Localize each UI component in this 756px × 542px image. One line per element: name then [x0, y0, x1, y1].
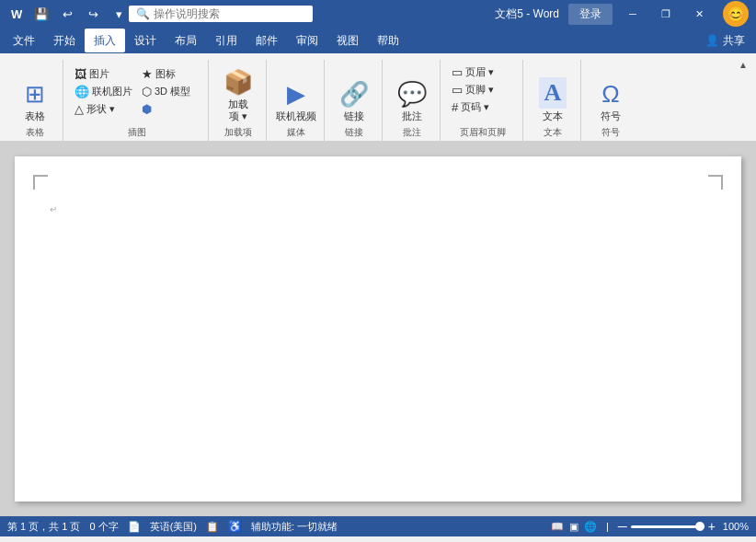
picture-button[interactable]: 🖼 图片 [71, 65, 136, 83]
symbol-icon: Ω [601, 80, 619, 109]
menu-bar: 文件 开始 插入 设计 布局 引用 邮件 审阅 视图 帮助 👤 共享 [0, 28, 756, 53]
links-icon: 🔗 [339, 80, 369, 109]
ribbon-collapse-button[interactable]: ▲ [736, 57, 750, 72]
track-changes-icon: 📄 [128, 521, 141, 533]
footer-label: 页脚 ▾ [465, 83, 494, 97]
zoom-plus-button[interactable]: + [708, 519, 716, 534]
illustrations-col2: ★ 图标 ⬡ 3D 模型 ⬢ [138, 65, 202, 118]
menu-review[interactable]: 审阅 [287, 29, 327, 52]
symbol-button[interactable]: Ω 符号 [589, 63, 633, 124]
picture-icon: 🖼 [74, 67, 86, 81]
addins-button[interactable]: 📦 加载项 ▾ [216, 63, 260, 124]
title-text: 文档5 - Word [495, 6, 559, 22]
close-button[interactable]: ✕ [682, 0, 716, 28]
menu-references[interactable]: 引用 [206, 29, 246, 52]
page-number-button[interactable]: # 页码 ▾ [448, 98, 517, 116]
group-addins-label: 加载项 [211, 126, 266, 139]
group-table-label: 表格 [7, 126, 63, 139]
print-layout-icon[interactable]: ▣ [569, 521, 578, 533]
document-page[interactable]: ↵ [15, 156, 741, 502]
group-illustrations-label: 插图 [65, 126, 208, 139]
header-label: 页眉 ▾ [465, 65, 494, 79]
menu-file[interactable]: 文件 [4, 29, 44, 52]
redo-button[interactable]: ↪ [83, 4, 103, 24]
menu-right: 👤 共享 [698, 31, 752, 51]
text-label: 文本 [543, 110, 563, 122]
page-corner-tr [708, 175, 723, 190]
online-picture-icon: 🌐 [74, 85, 89, 98]
status-right: 📖 ▣ 🌐 | ─ + 100% [551, 519, 749, 534]
menu-home[interactable]: 开始 [44, 29, 85, 52]
zoom-minus-button[interactable]: ─ [618, 519, 627, 534]
online-video-button[interactable]: ▶ 联机视频 [274, 63, 318, 124]
table-icon: ⊞ [25, 80, 45, 109]
3d-models-label: 3D 模型 [155, 85, 190, 98]
ribbon-group-addins: 📦 加载项 ▾ 加载项 [211, 60, 267, 141]
online-picture-button[interactable]: 🌐 联机图片 [71, 83, 136, 100]
zoom-slider[interactable] [631, 525, 704, 528]
share-button[interactable]: 👤 共享 [698, 31, 752, 51]
restore-button[interactable]: ❐ [649, 0, 682, 28]
text-button[interactable]: A 文本 [531, 63, 575, 124]
ribbon-group-text: A 文本 文本 [525, 60, 581, 141]
group-links-label: 链接 [326, 126, 382, 139]
minimize-button[interactable]: ─ [616, 0, 649, 28]
menu-insert[interactable]: 插入 [85, 29, 125, 52]
online-picture-label: 联机图片 [92, 85, 132, 98]
zoom-thumb [695, 522, 704, 531]
window-title: 🔍 [129, 6, 495, 22]
table-label: 表格 [25, 110, 45, 122]
smartart-icon: ⬢ [142, 102, 152, 116]
menu-help[interactable]: 帮助 [368, 29, 408, 52]
undo-button[interactable]: ↩ [57, 4, 77, 24]
title-bar-left: W 💾 ↩ ↪ ▾ [7, 4, 129, 24]
shapes-button[interactable]: △ 形状 ▾ [71, 100, 136, 118]
zoom-bar: ─ + 100% [618, 519, 749, 534]
ribbon-group-comments: 💬 批注 批注 [384, 60, 441, 141]
icons-button[interactable]: ★ 图标 [138, 65, 202, 83]
comment-button[interactable]: 💬 批注 [390, 63, 434, 124]
header-button[interactable]: ▭ 页眉 ▾ [448, 63, 517, 81]
links-button[interactable]: 🔗 链接 [332, 63, 376, 124]
table-button[interactable]: ⊞ 表格 [13, 63, 57, 124]
user-icon: 👤 [705, 34, 719, 47]
page-info: 第 1 页，共 1 页 [7, 520, 80, 534]
return-mark: ↵ [50, 204, 57, 214]
menu-mailings[interactable]: 邮件 [246, 29, 287, 52]
3d-models-icon: ⬡ [142, 85, 152, 98]
spellcheck-icon: 📋 [206, 521, 219, 533]
menu-view[interactable]: 视图 [327, 29, 368, 52]
menu-design[interactable]: 设计 [125, 29, 166, 52]
3d-models-button[interactable]: ⬡ 3D 模型 [138, 83, 202, 100]
addins-icon: 📦 [223, 68, 253, 97]
ribbon-group-links: 🔗 链接 链接 [326, 60, 383, 141]
login-button[interactable]: 登录 [568, 4, 613, 25]
text-icon: A [539, 77, 567, 109]
read-mode-icon[interactable]: 📖 [551, 521, 564, 533]
smartart-button[interactable]: ⬢ [138, 100, 202, 118]
search-input[interactable] [154, 7, 301, 20]
shapes-icon: △ [74, 102, 84, 116]
menu-layout[interactable]: 布局 [166, 29, 206, 52]
language[interactable]: 英语(美国) [150, 520, 197, 534]
picture-label: 图片 [89, 67, 109, 81]
search-box[interactable]: 🔍 [129, 6, 313, 22]
ribbon-group-media: ▶ 联机视频 媒体 [269, 60, 325, 141]
save-button[interactable]: 💾 [31, 4, 52, 24]
page-corner-tl [33, 175, 48, 190]
page-number-label: 页码 ▾ [461, 100, 489, 114]
icons-label: 图标 [155, 67, 176, 81]
illustrations-col1: 🖼 图片 🌐 联机图片 △ 形状 ▾ [71, 65, 136, 118]
search-icon: 🔍 [136, 7, 150, 20]
status-left: 第 1 页，共 1 页 0 个字 📄 英语(美国) 📋 ♿ 辅助功能: 一切就绪 [7, 520, 338, 534]
links-label: 链接 [344, 110, 364, 122]
accessibility-label: 辅助功能: 一切就绪 [251, 520, 338, 534]
quick-access-dropdown[interactable]: ▾ [109, 4, 129, 24]
addins-label: 加载项 ▾ [228, 98, 248, 122]
group-comments-label: 批注 [384, 126, 440, 139]
window-controls: ─ ❐ ✕ [616, 0, 716, 28]
user-avatar: 😊 [723, 1, 749, 27]
web-layout-icon[interactable]: 🌐 [584, 521, 597, 533]
footer-button[interactable]: ▭ 页脚 ▾ [448, 81, 517, 98]
group-symbols-label: 符号 [583, 126, 638, 139]
